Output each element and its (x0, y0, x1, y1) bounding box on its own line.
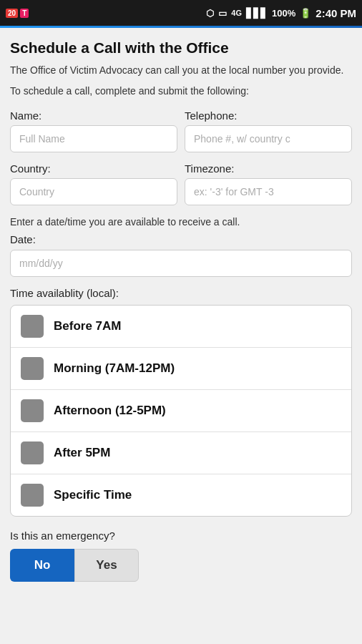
time-option-specific[interactable]: Specific Time (11, 474, 351, 516)
telephone-label: Telephone: (185, 109, 352, 122)
checkbox-specific-label: Specific Time (54, 488, 132, 502)
telephone-field-group: Telephone: (185, 109, 352, 152)
time-option-before-7am[interactable]: Before 7AM (11, 306, 351, 348)
page-instruction: To schedule a call, complete and submit … (10, 85, 352, 97)
timezone-input[interactable] (185, 178, 352, 205)
date-label: Date: (10, 233, 352, 245)
carrier-icons: 20 T (6, 9, 29, 18)
carrier1-icon: 20 (6, 9, 18, 18)
time-option-afternoon[interactable]: Afternoon (12-5PM) (11, 390, 351, 432)
checkbox-specific[interactable] (21, 484, 44, 507)
country-timezone-row: Country: Timezone: (10, 162, 352, 205)
main-content: Schedule a Call with the Office The Offi… (0, 28, 362, 596)
checkbox-after-5pm[interactable] (21, 441, 44, 464)
checkbox-afternoon[interactable] (21, 399, 44, 422)
network-icon: 4G (231, 9, 242, 17)
country-label: Country: (10, 162, 177, 175)
time-availability-label: Time availablity (local): (10, 287, 352, 299)
page-description: The Office of Victim Advocacy can call y… (10, 64, 352, 78)
checkbox-before-7am-label: Before 7AM (54, 319, 121, 333)
status-bar: 20 T ⬡ ▭ 4G ▋▋▋ 100% 🔋 2:40 PM (0, 0, 362, 26)
emergency-label: Is this an emergency? (10, 530, 352, 542)
checkbox-morning-label: Morning (7AM-12PM) (54, 361, 175, 376)
time-display: 2:40 PM (315, 7, 356, 19)
screen-icon: ▭ (218, 8, 227, 19)
checkbox-afternoon-label: Afternoon (12-5PM) (54, 404, 166, 418)
timezone-label: Timezone: (185, 162, 352, 175)
time-options-group: Before 7AM Morning (7AM-12PM) Afternoon … (10, 305, 352, 517)
name-field-group: Name: (10, 109, 177, 152)
timezone-field-group: Timezone: (185, 162, 352, 205)
battery-percent: 100% (272, 8, 295, 19)
datetime-instruction: Enter a date/time you are available to r… (10, 215, 352, 230)
name-label: Name: (10, 109, 177, 122)
carrier2-icon: T (20, 9, 29, 18)
battery-icon: 🔋 (300, 8, 311, 19)
no-button[interactable]: No (10, 549, 74, 582)
signal-icon: ▋▋▋ (246, 8, 268, 19)
checkbox-before-7am[interactable] (21, 315, 44, 338)
name-input[interactable] (10, 125, 177, 152)
time-option-after-5pm[interactable]: After 5PM (11, 432, 351, 474)
yes-button[interactable]: Yes (74, 549, 139, 582)
telephone-input[interactable] (185, 125, 352, 152)
name-telephone-row: Name: Telephone: (10, 109, 352, 152)
country-input[interactable] (10, 178, 177, 205)
country-field-group: Country: (10, 162, 177, 205)
checkbox-morning[interactable] (21, 357, 44, 380)
status-left: 20 T (6, 9, 29, 18)
bluetooth-icon: ⬡ (206, 8, 214, 19)
page-title: Schedule a Call with the Office (10, 39, 352, 57)
status-right: ⬡ ▭ 4G ▋▋▋ 100% 🔋 2:40 PM (206, 7, 356, 19)
time-option-morning[interactable]: Morning (7AM-12PM) (11, 348, 351, 390)
checkbox-after-5pm-label: After 5PM (54, 446, 110, 460)
date-input[interactable] (10, 250, 352, 277)
emergency-buttons: No Yes (10, 549, 352, 582)
